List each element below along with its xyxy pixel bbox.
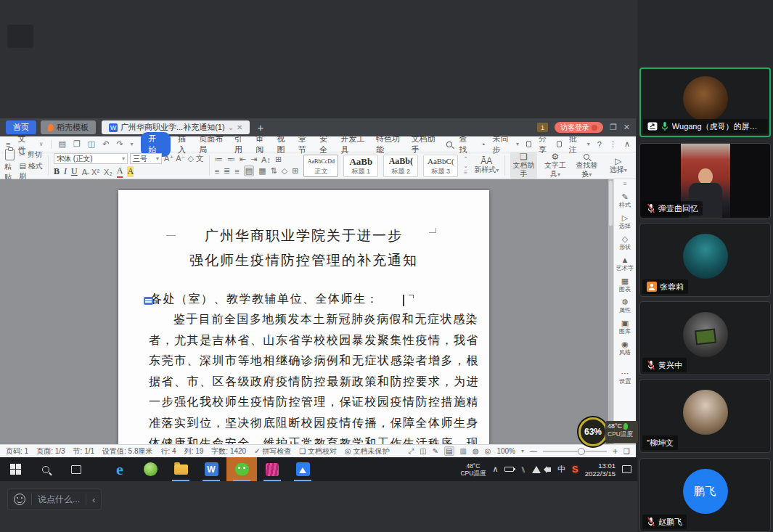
meeting-chat-bar[interactable]: 说点什么... ‹ (7, 488, 102, 510)
align-left-icon[interactable]: ≡ (215, 167, 219, 176)
task-view-button[interactable] (61, 457, 91, 481)
table-icon[interactable]: ⊞ (275, 155, 282, 164)
vertical-scrollbar[interactable] (608, 179, 613, 444)
shading-icon[interactable]: ◇ (282, 166, 287, 176)
side-tool-select[interactable]: ▷选择 (614, 214, 636, 230)
align-right-icon[interactable]: ≡ (234, 167, 239, 176)
notification-center-icon[interactable] (622, 465, 631, 473)
wifi-icon[interactable] (532, 466, 541, 473)
menu-special-features[interactable]: 特色功能 (376, 134, 404, 155)
more-icon[interactable]: ⋮ (609, 139, 617, 149)
participant-tile-huangxingzhong[interactable]: 黄兴中 (639, 301, 771, 375)
panel-handle-icon[interactable]: ≡ (614, 179, 636, 188)
borders-icon[interactable]: ⊞ (292, 166, 298, 176)
ime-indicator[interactable]: 中 (557, 464, 565, 475)
comment-caret-icon[interactable]: ▾ (155, 299, 158, 306)
decrease-font-icon[interactable]: A⁻ (176, 154, 185, 163)
cut-button[interactable]: ✂ 剪切 (20, 150, 44, 160)
taskbar-wps[interactable]: W (196, 457, 226, 481)
fit-page-icon[interactable]: ❑ (623, 447, 630, 455)
line-spacing-icon[interactable]: ⇅ (271, 166, 277, 176)
side-tool-chart[interactable]: ▦图表 (614, 277, 636, 293)
font-color-icon[interactable]: A (117, 165, 123, 178)
taskbar-blue-app[interactable] (287, 457, 318, 481)
quick-access-caret-icon[interactable]: ▾ (131, 141, 134, 147)
help-icon[interactable]: ? (597, 140, 602, 149)
decrease-indent-icon[interactable]: ⇤ (240, 155, 246, 164)
ink-icon[interactable]: ✎ (433, 447, 438, 455)
menu-references[interactable]: 引用 (234, 134, 248, 155)
restore-window-button[interactable]: ❐ (610, 123, 617, 132)
sort-icon[interactable]: A↕ (261, 155, 271, 164)
participant-tile-liukunwen[interactable]: "柳坤文 (639, 379, 771, 453)
side-tool-gallery[interactable]: ▣图库 (614, 319, 636, 335)
scrollbar-thumb[interactable] (609, 181, 613, 226)
style-heading2[interactable]: AaBb( 标题 2 (383, 155, 418, 177)
menu-section[interactable]: 章节 (298, 134, 312, 155)
start-button[interactable] (0, 457, 30, 481)
save-icon[interactable]: ▤ (58, 139, 65, 149)
zoom-slider[interactable] (543, 451, 607, 452)
share-icon[interactable] (526, 141, 531, 147)
participant-tile-tanyiqu[interactable]: 弹壹曲回忆 (639, 143, 771, 218)
side-tool-style[interactable]: ✎样式 (614, 193, 636, 209)
page-view-icon[interactable]: ◫ (420, 447, 426, 455)
font-name-select[interactable]: 宋体 (正文)▾ (54, 153, 128, 164)
status-word-count[interactable]: 字数: 1420 (211, 446, 246, 457)
update-badge[interactable]: 1 (537, 123, 548, 132)
find-replace-button[interactable]: 查找替换▾ (573, 152, 600, 179)
tab-docer[interactable]: 稻壳模板 (41, 120, 96, 134)
close-window-button[interactable]: ✕ (623, 123, 630, 132)
comment-action-icon[interactable] (557, 141, 562, 147)
taskbar-file-explorer[interactable] (165, 457, 196, 481)
menu-doc-assistant[interactable]: 文档助手 (412, 134, 440, 155)
italic-button[interactable]: I (64, 166, 67, 177)
sogou-icon[interactable]: S (572, 464, 578, 475)
eye-protect-icon[interactable]: ◎ (485, 447, 491, 455)
style-heading3[interactable]: AaBbC( 标题 3 (423, 155, 458, 177)
select-button[interactable]: ▷ 选择▾ (605, 157, 631, 175)
doc-assistant-button[interactable]: ❏ 文档助手 (510, 152, 536, 179)
zoom-slider-knob[interactable] (578, 448, 585, 455)
strikethrough-icon[interactable]: A̶ (82, 168, 87, 176)
pinyin-icon[interactable]: 文 (196, 153, 204, 164)
taskbar-search-button[interactable] (30, 457, 61, 481)
file-menu-caret-icon[interactable]: ∨ (39, 141, 44, 147)
increase-font-icon[interactable]: A⁺ (164, 154, 173, 163)
superscript-icon[interactable]: X² (91, 168, 99, 176)
taskbar-360-browser[interactable] (135, 457, 165, 481)
side-tool-settings[interactable]: ⋯设置 (614, 369, 636, 385)
side-tool-theme[interactable]: ◉风格 (614, 340, 636, 356)
participant-tile-zhangrongli[interactable]: 张蓉莉 (639, 223, 771, 297)
taskbar-clock[interactable]: 13:01 2022/3/15 (585, 462, 615, 478)
taskbar-edge[interactable]: e (105, 457, 135, 481)
zoom-out-button[interactable]: — (530, 447, 537, 455)
side-tool-properties[interactable]: ⚙属性 (614, 298, 636, 314)
underline-button[interactable]: U (71, 166, 78, 177)
subscript-icon[interactable]: X₂ (104, 168, 113, 176)
guest-login-button[interactable]: 访客登录 (555, 122, 603, 133)
participant-tile-wugang[interactable]: Wugang（虎哥）的屏幕... (639, 67, 771, 137)
number-list-icon[interactable]: ≕ (227, 155, 235, 164)
print-layout-icon[interactable]: ▤ (444, 446, 454, 456)
desktop-icon[interactable] (7, 25, 33, 48)
tab-pin-icon[interactable]: ⌄ (228, 123, 234, 131)
menu-review[interactable]: 审阅 (255, 134, 269, 155)
side-tool-wordart[interactable]: ▲艺术字 (614, 256, 636, 272)
chat-collapse-button[interactable]: ‹ (92, 494, 95, 505)
tab-close-icon[interactable]: ✕ (237, 123, 242, 131)
clear-format-icon[interactable]: ◇ (187, 154, 193, 163)
document-page[interactable]: 广州华商职业学院关于进一步 强化师生疫情防控管理的补充通知 各处（室）、教学教辅… (118, 190, 489, 444)
styles-scroll[interactable]: ⌃⌄≡ (463, 157, 468, 175)
tray-cpu-temp[interactable]: 48°C CPU温度 (460, 462, 486, 477)
menu-security[interactable]: 安全 (319, 134, 333, 155)
web-layout-icon[interactable]: ◍ (473, 447, 479, 455)
collapse-ribbon-icon[interactable]: ∧ (624, 139, 630, 149)
cpu-monitor-widget[interactable]: 63% 48°C CPU温度 (578, 416, 638, 448)
print-preview-icon[interactable]: ◫ (88, 139, 95, 149)
redo-icon[interactable]: ↷ (116, 139, 123, 149)
distribute-icon[interactable]: ▦ (258, 166, 266, 176)
menu-view[interactable]: 视图 (277, 134, 290, 155)
side-tool-shape[interactable]: ◇形状 (614, 235, 636, 251)
font-size-select[interactable]: 三号▾ (130, 153, 162, 164)
